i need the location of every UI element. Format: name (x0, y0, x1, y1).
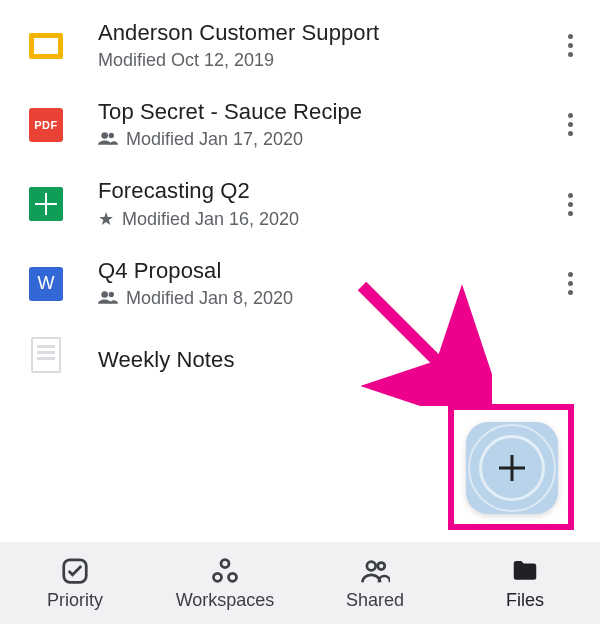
svg-point-3 (109, 292, 114, 297)
file-meta: Modified Jan 17, 2020 (98, 129, 552, 150)
file-title: Forecasting Q2 (98, 178, 552, 204)
drive-screen: ★ Modified Nov 18, 2019 Anderson Custome… (0, 0, 600, 624)
svg-point-2 (101, 291, 108, 298)
file-icon-docs (28, 337, 64, 373)
svg-point-10 (378, 562, 385, 569)
file-info: Anderson Customer Support Modified Oct 1… (98, 20, 552, 71)
svg-point-0 (101, 132, 108, 139)
file-meta-text: Modified Jan 17, 2020 (126, 129, 303, 150)
file-row[interactable]: PDF Top Secret - Sauce Recipe Modified J… (0, 85, 600, 164)
svg-point-6 (221, 559, 229, 567)
nav-shared[interactable]: Shared (300, 542, 450, 624)
folder-icon (510, 556, 540, 586)
file-title: Weekly Notes (98, 347, 588, 373)
shared-icon (98, 288, 118, 309)
file-row[interactable]: Weekly Notes (0, 323, 600, 373)
svg-point-8 (229, 573, 237, 581)
file-info: Forecasting Q2 ★ Modified Jan 16, 2020 (98, 178, 552, 230)
star-icon: ★ (98, 208, 114, 230)
nav-priority[interactable]: Priority (0, 542, 150, 624)
file-meta-text: Modified Oct 12, 2019 (98, 50, 274, 71)
nav-label: Files (506, 590, 544, 611)
more-menu-button[interactable] (552, 186, 588, 222)
file-row[interactable]: Anderson Customer Support Modified Oct 1… (0, 6, 600, 85)
file-info: Q4 Proposal Modified Jan 8, 2020 (98, 258, 552, 309)
file-title: Anderson Customer Support (98, 20, 552, 46)
file-icon-sheets (28, 186, 64, 222)
file-info: Weekly Notes (98, 347, 588, 363)
file-title: Q4 Proposal (98, 258, 552, 284)
file-meta: Modified Oct 12, 2019 (98, 50, 552, 71)
bottom-nav: Priority Workspaces Shared Files (0, 542, 600, 624)
file-row[interactable]: W Q4 Proposal Modified Jan 8, 2020 (0, 244, 600, 323)
create-new-fab[interactable] (466, 422, 558, 514)
file-icon-slides (28, 28, 64, 64)
file-meta: Modified Jan 8, 2020 (98, 288, 552, 309)
file-meta-text: Modified Jan 8, 2020 (126, 288, 293, 309)
file-meta: ★ Modified Jan 16, 2020 (98, 208, 552, 230)
nav-label: Workspaces (176, 590, 275, 611)
file-title: Top Secret - Sauce Recipe (98, 99, 552, 125)
svg-point-9 (367, 561, 376, 570)
file-row[interactable]: Forecasting Q2 ★ Modified Jan 16, 2020 (0, 164, 600, 244)
file-icon-pdf: PDF (28, 107, 64, 143)
nav-workspaces[interactable]: Workspaces (150, 542, 300, 624)
more-menu-button[interactable] (552, 266, 588, 302)
shared-icon (360, 556, 390, 586)
workspaces-icon (210, 556, 240, 586)
file-icon-word: W (28, 266, 64, 302)
file-info: Top Secret - Sauce Recipe Modified Jan 1… (98, 99, 552, 150)
plus-icon (499, 455, 525, 481)
shared-icon (98, 129, 118, 150)
more-menu-button[interactable] (552, 107, 588, 143)
nav-label: Priority (47, 590, 103, 611)
file-meta-text: Modified Jan 16, 2020 (122, 209, 299, 230)
priority-icon (60, 556, 90, 586)
nav-label: Shared (346, 590, 404, 611)
nav-files[interactable]: Files (450, 542, 600, 624)
svg-point-7 (214, 573, 222, 581)
svg-point-1 (109, 133, 114, 138)
more-menu-button[interactable] (552, 28, 588, 64)
